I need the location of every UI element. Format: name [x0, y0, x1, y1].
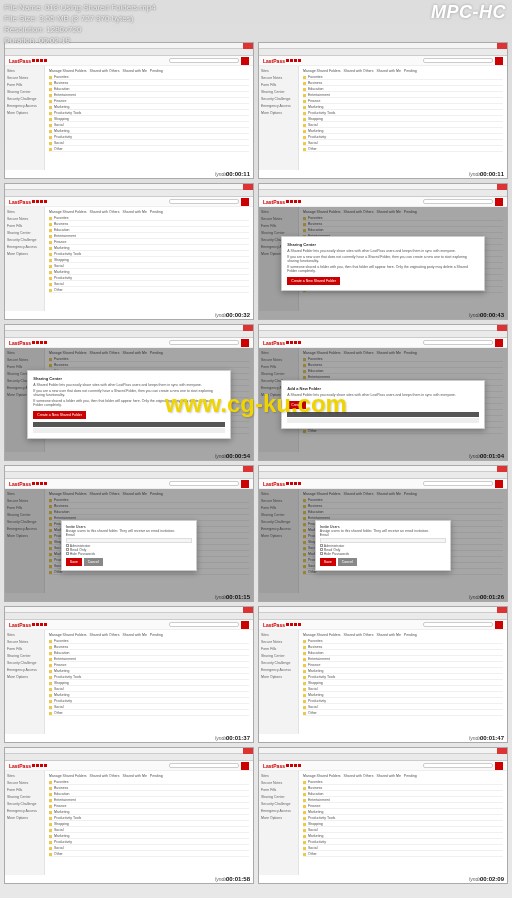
folder-row[interactable]: Entertainment [303, 657, 503, 662]
folder-row[interactable]: Social [303, 687, 503, 692]
sidebar-item[interactable]: More Options [7, 252, 42, 256]
video-thumbnail[interactable]: LastPass SitesSecure NotesForm FillsShar… [258, 747, 508, 884]
folder-row[interactable]: Business [49, 786, 249, 791]
folder-row[interactable]: Productivity Tools [303, 675, 503, 680]
sidebar-item[interactable]: Sharing Center [7, 795, 42, 799]
folder-row[interactable]: Social [303, 828, 503, 833]
sidebar-item[interactable]: Sharing Center [7, 90, 42, 94]
folder-row[interactable]: Marketing [303, 669, 503, 674]
folder-row[interactable]: Marketing [303, 105, 503, 110]
folder-row[interactable]: Social [49, 705, 249, 710]
profile-button[interactable] [495, 57, 503, 65]
folder-row[interactable]: Finance [49, 804, 249, 809]
tab-item[interactable]: Shared with Me [377, 774, 401, 778]
sidebar-item[interactable]: Sharing Center [7, 654, 42, 658]
folder-row[interactable]: Productivity Tools [49, 816, 249, 821]
sidebar-item[interactable]: Form Fills [7, 83, 42, 87]
folder-row[interactable]: Shopping [303, 117, 503, 122]
folder-row[interactable]: Finance [49, 240, 249, 245]
tab-item[interactable]: Pending [150, 633, 163, 637]
video-thumbnail[interactable]: LastPass SitesSecure NotesForm FillsShar… [258, 183, 508, 320]
profile-button[interactable] [241, 762, 249, 770]
permission-option[interactable]: Hide Passwords [320, 552, 446, 556]
folder-row[interactable]: Business [303, 645, 503, 650]
address-bar[interactable] [5, 613, 253, 620]
folder-row[interactable]: Productivity [49, 840, 249, 845]
tab-item[interactable]: Shared with Others [90, 633, 120, 637]
tab-item[interactable]: Pending [404, 633, 417, 637]
tab-item[interactable]: Manage Shared Folders [49, 774, 87, 778]
video-thumbnail[interactable]: LastPass SitesSecure NotesForm FillsShar… [258, 324, 508, 461]
folder-row[interactable]: Marketing [49, 270, 249, 275]
folder-row[interactable]: Marketing [303, 693, 503, 698]
folder-row[interactable]: Business [49, 81, 249, 86]
folder-row[interactable]: Business [49, 645, 249, 650]
sidebar-item[interactable]: Secure Notes [261, 640, 296, 644]
close-icon[interactable] [243, 466, 253, 472]
save-button[interactable]: Save [66, 558, 82, 566]
tab-item[interactable]: Shared with Others [344, 69, 374, 73]
search-input[interactable] [423, 622, 493, 627]
sidebar-item[interactable]: Secure Notes [7, 76, 42, 80]
folder-row[interactable]: Shopping [303, 681, 503, 686]
sidebar-item[interactable]: Sites [7, 774, 42, 778]
create-shared-folder-button[interactable]: Create a New Shared Folder [287, 277, 340, 285]
sidebar-item[interactable]: Form Fills [7, 224, 42, 228]
folder-row[interactable]: Favorites [49, 216, 249, 221]
close-icon[interactable] [497, 607, 507, 613]
tab-item[interactable]: Manage Shared Folders [49, 210, 87, 214]
folder-row[interactable]: Business [49, 222, 249, 227]
table-row[interactable] [287, 418, 478, 423]
folder-row[interactable]: Marketing [49, 105, 249, 110]
video-thumbnail[interactable]: LastPass SitesSecure NotesForm FillsShar… [4, 465, 254, 602]
sidebar-item[interactable]: Sites [261, 633, 296, 637]
sidebar-item[interactable]: Emergency Access [7, 245, 42, 249]
folder-row[interactable]: Education [303, 792, 503, 797]
profile-button[interactable] [495, 339, 503, 347]
sidebar-item[interactable]: Secure Notes [7, 781, 42, 785]
address-bar[interactable] [259, 613, 507, 620]
folder-row[interactable]: Marketing [49, 834, 249, 839]
tab-item[interactable]: Manage Shared Folders [49, 69, 87, 73]
sidebar-item[interactable]: Security Challenge [261, 661, 296, 665]
folder-row[interactable]: Productivity Tools [303, 816, 503, 821]
video-thumbnail[interactable]: LastPass SitesSecure NotesForm FillsShar… [4, 324, 254, 461]
email-field[interactable] [66, 538, 192, 543]
tab-item[interactable]: Pending [150, 69, 163, 73]
close-icon[interactable] [497, 325, 507, 331]
address-bar[interactable] [5, 754, 253, 761]
video-thumbnail[interactable]: LastPass SitesSecure NotesForm FillsShar… [4, 183, 254, 320]
sidebar-item[interactable]: Form Fills [7, 788, 42, 792]
video-thumbnail[interactable]: LastPass SitesSecure NotesForm FillsShar… [258, 606, 508, 743]
sidebar-item[interactable]: Form Fills [7, 647, 42, 651]
folder-row[interactable]: Social [49, 123, 249, 128]
folder-row[interactable]: Social [303, 141, 503, 146]
sidebar-item[interactable]: Security Challenge [7, 238, 42, 242]
table-row[interactable] [33, 428, 224, 433]
folder-row[interactable]: Productivity [49, 135, 249, 140]
folder-row[interactable]: Shopping [303, 822, 503, 827]
tab-item[interactable]: Manage Shared Folders [303, 774, 341, 778]
folder-row[interactable]: Productivity Tools [303, 111, 503, 116]
folder-row[interactable]: Finance [49, 663, 249, 668]
address-bar[interactable] [259, 49, 507, 56]
folder-row[interactable]: Social [49, 846, 249, 851]
sidebar-item[interactable]: Sites [261, 774, 296, 778]
video-thumbnail[interactable]: LastPass SitesSecure NotesForm FillsShar… [258, 42, 508, 179]
close-icon[interactable] [243, 607, 253, 613]
folder-row[interactable]: Shopping [49, 681, 249, 686]
profile-button[interactable] [495, 762, 503, 770]
folder-row[interactable]: Marketing [49, 669, 249, 674]
folder-row[interactable]: Shopping [49, 822, 249, 827]
folder-row[interactable]: Productivity Tools [49, 252, 249, 257]
folder-row[interactable]: Social [49, 828, 249, 833]
close-icon[interactable] [243, 325, 253, 331]
folder-row[interactable]: Productivity Tools [49, 111, 249, 116]
folder-row[interactable]: Social [49, 282, 249, 287]
tab-item[interactable]: Shared with Me [123, 210, 147, 214]
profile-button[interactable] [495, 480, 503, 488]
folder-row[interactable]: Marketing [49, 810, 249, 815]
sidebar-item[interactable]: Security Challenge [7, 661, 42, 665]
folder-row[interactable]: Education [49, 87, 249, 92]
video-thumbnail[interactable]: LastPass SitesSecure NotesForm FillsShar… [4, 606, 254, 743]
